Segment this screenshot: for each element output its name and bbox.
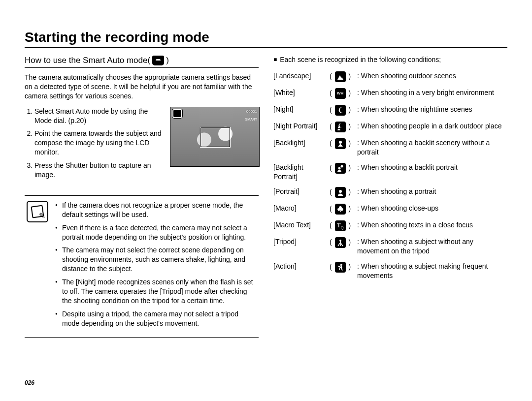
scene-row: [Macro Text]( TQ ): When shooting texts … <box>273 220 507 231</box>
scene-label: [Night Portrait] <box>273 122 327 131</box>
scene-icon-cell: ( WH ) <box>330 88 354 99</box>
svg-marker-4 <box>338 144 343 147</box>
svg-point-2 <box>338 126 340 128</box>
subhead-text-suffix: ) <box>166 55 169 66</box>
note-item: The camera may not select the correct sc… <box>62 246 257 274</box>
tripod-icon <box>335 237 346 248</box>
night-icon <box>335 105 346 116</box>
scene-label: [Macro] <box>273 204 327 213</box>
portrait-icon <box>335 187 346 198</box>
scene-row: [White]( WH ): When shooting in a very b… <box>273 88 507 99</box>
scene-description: : When shooting a backlit scenery withou… <box>357 138 507 157</box>
lcd-screen: 00001 SMART <box>170 107 260 167</box>
svg-point-6 <box>338 167 340 169</box>
left-column: How to use the Smart Auto mode( ) The ca… <box>25 55 259 338</box>
scene-row: [Backlight Portrait]( ): When shooting a… <box>273 163 507 182</box>
landscape-icon <box>335 71 346 82</box>
scene-description: : When shooting a subject without any mo… <box>357 237 507 256</box>
scene-icon-cell: ( ) <box>330 105 354 116</box>
right-column: ■ Each scene is recognized in the follow… <box>273 55 507 338</box>
scene-row: [Action]( ): When shooting a subject mak… <box>273 262 507 280</box>
scene-description: : When shooting texts in a close focus <box>357 220 507 230</box>
scene-row: [Macro]( ): When shooting close-ups <box>273 204 507 215</box>
svg-point-5 <box>340 165 343 167</box>
night-portrait-icon <box>335 122 346 132</box>
note-item: Even if there is a face detected, the ca… <box>62 223 257 242</box>
scene-row: [Night]( ): When shooting the nighttime … <box>273 105 507 116</box>
note-item: Despite using a tripod, the camera may n… <box>62 309 257 328</box>
scene-icon-cell: ( ) <box>330 122 354 132</box>
notes-list: If the camera does not recognize a prope… <box>54 201 257 328</box>
scene-icon-cell: ( TQ ) <box>330 220 354 231</box>
scene-icon-cell: ( ) <box>330 204 354 215</box>
scene-label: [Macro Text] <box>273 220 327 230</box>
macro-icon <box>335 204 346 215</box>
lcd-preview: 00001 SMART <box>170 107 259 167</box>
scene-description: : When shooting people in a dark outdoor… <box>357 122 507 131</box>
svg-point-3 <box>339 141 342 144</box>
svg-point-7 <box>339 190 342 193</box>
step-item: Point the camera towards the subject and… <box>34 129 165 157</box>
scene-label: [Night] <box>273 105 327 114</box>
scene-icon-cell: ( ) <box>330 163 354 174</box>
scene-description: : When shooting the nighttime scenes <box>357 105 507 114</box>
scene-label: [Tripod] <box>273 237 327 247</box>
scenes-heading-text: Each scene is recognized in the followin… <box>280 55 441 64</box>
macro-text-icon: TQ <box>335 220 346 231</box>
note-box: If the camera does not recognize a prope… <box>25 195 259 338</box>
scene-row: [Tripod]( ): When shooting a subject wit… <box>273 237 507 256</box>
scene-description: : When shooting close-ups <box>357 204 507 213</box>
scene-description: : When shooting a subject making frequen… <box>357 262 507 280</box>
smart-auto-mode-icon <box>152 56 164 65</box>
scene-row: [Landscape]( ): When shooting outdoor sc… <box>273 71 507 82</box>
scene-icon-cell: ( ) <box>330 237 354 248</box>
backlight-icon <box>335 138 346 149</box>
page-title: Starting the recording mode <box>25 30 507 45</box>
bullet-square-icon: ■ <box>273 55 277 64</box>
scene-row: [Night Portrait]( ): When shooting peopl… <box>273 122 507 132</box>
action-icon <box>335 262 346 273</box>
lcd-shot-counter: 00001 <box>246 109 257 118</box>
note-icon <box>27 201 48 222</box>
section-subhead: How to use the Smart Auto mode( ) <box>25 55 259 66</box>
scene-label: [Portrait] <box>273 187 327 196</box>
scene-icon-cell: ( ) <box>330 262 354 273</box>
two-column-layout: How to use the Smart Auto mode( ) The ca… <box>25 55 507 338</box>
steps-row: Select Smart Auto mode by using the Mode… <box>25 107 259 184</box>
steps-list: Select Smart Auto mode by using the Mode… <box>25 107 165 184</box>
scene-description: : When shooting a portrait <box>357 187 507 196</box>
step-item: Press the Shutter button to capture an i… <box>34 161 165 180</box>
step-item: Select Smart Auto mode by using the Mode… <box>34 107 165 125</box>
scene-icon-cell: ( ) <box>330 71 354 82</box>
lcd-smart-auto-icon <box>172 109 182 118</box>
note-item: The [Night] mode recognizes scenes only … <box>62 278 257 306</box>
svg-rect-13 <box>340 241 341 243</box>
subhead-rule <box>25 67 259 68</box>
scene-label: [Backlight Portrait] <box>273 163 327 182</box>
backlight-portrait-icon <box>335 163 346 174</box>
scene-description: : When shooting in a very bright environ… <box>357 88 507 97</box>
page-number: 026 <box>25 379 34 386</box>
scene-icon-cell: ( ) <box>330 187 354 198</box>
manual-page: Starting the recording mode How to use t… <box>0 0 532 401</box>
intro-paragraph: The camera automatically chooses the app… <box>25 73 259 101</box>
svg-rect-11 <box>340 210 340 212</box>
lcd-status-bar: 00001 <box>172 109 257 118</box>
scene-icon-cell: ( ) <box>330 138 354 149</box>
lcd-focus-frame <box>200 127 231 148</box>
scenes-table: [Landscape]( ): When shooting outdoor sc… <box>273 71 507 280</box>
scene-row: [Backlight]( ): When shooting a backlit … <box>273 138 507 157</box>
scene-row: [Portrait]( ): When shooting a portrait <box>273 187 507 198</box>
scene-label: [Action] <box>273 262 327 271</box>
scene-description: : When shooting a backlit portrait <box>357 163 507 172</box>
white-icon: WH <box>335 88 346 99</box>
scenes-heading: ■ Each scene is recognized in the follow… <box>273 55 507 64</box>
subhead-text-prefix: How to use the Smart Auto mode( <box>25 55 150 66</box>
scene-description: : When shooting outdoor scenes <box>357 71 507 81</box>
scene-label: [White] <box>273 88 327 97</box>
scene-label: [Backlight] <box>273 138 327 148</box>
notes-list-wrap: If the camera does not recognize a prope… <box>54 201 257 332</box>
title-rule <box>25 47 507 48</box>
scene-label: [Landscape] <box>273 71 327 81</box>
note-item: If the camera does not recognize a prope… <box>62 201 257 219</box>
